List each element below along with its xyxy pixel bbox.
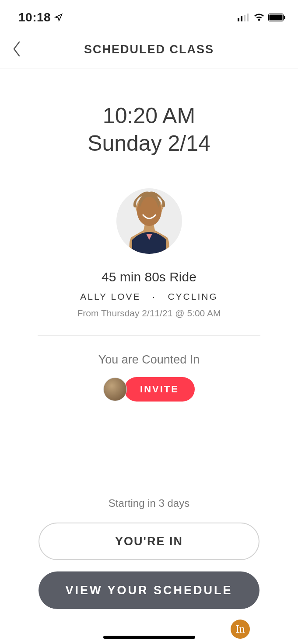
svg-rect-6 [284, 16, 285, 19]
svg-rect-0 [238, 18, 239, 21]
user-avatar[interactable] [103, 377, 127, 401]
youre-in-button[interactable]: YOU'RE IN [39, 523, 259, 560]
schedule-time-block: 10:20 AM Sunday 2/14 [0, 102, 298, 157]
cellular-signal-icon [238, 14, 250, 21]
counted-in-label: You are Counted In [0, 353, 298, 367]
divider [38, 335, 260, 336]
in-badge-icon: In [231, 620, 250, 639]
page-title: SCHEDULED CLASS [84, 43, 214, 56]
class-title: 45 min 80s Ride [0, 270, 298, 284]
svg-rect-5 [270, 15, 283, 21]
footer: Starting in 3 days YOU'RE IN VIEW YOUR S… [0, 497, 298, 620]
instructor-name: ALLY LOVE [80, 291, 140, 301]
starting-label: Starting in 3 days [0, 497, 298, 509]
svg-rect-3 [247, 14, 249, 21]
back-button[interactable] [12, 41, 21, 59]
invite-row: INVITE [0, 377, 298, 402]
status-left: 10:18 [18, 10, 63, 24]
chevron-left-icon [12, 41, 21, 57]
svg-rect-2 [244, 15, 245, 21]
invite-button[interactable]: INVITE [124, 377, 195, 402]
view-schedule-button[interactable]: VIEW YOUR SCHEDULE [39, 571, 259, 609]
class-meta: ALLY LOVE · CYCLING [0, 291, 298, 302]
status-right [238, 13, 286, 22]
location-arrow-icon [54, 13, 63, 22]
person-icon [116, 188, 182, 254]
instructor-avatar [116, 188, 182, 254]
class-category: CYCLING [168, 291, 217, 301]
nav-bar: SCHEDULED CLASS [0, 31, 298, 69]
schedule-date: Sunday 2/14 [0, 130, 298, 157]
battery-icon [268, 14, 286, 21]
from-line: From Thursday 2/11/21 @ 5:00 AM [0, 308, 298, 319]
home-indicator[interactable] [103, 636, 195, 639]
main-content: 10:20 AM Sunday 2/14 45 min 80s Ride ALL… [0, 69, 298, 402]
meta-separator: · [152, 291, 156, 301]
status-bar: 10:18 [0, 0, 298, 31]
status-time: 10:18 [18, 10, 51, 24]
schedule-time: 10:20 AM [0, 102, 298, 130]
wifi-icon [253, 13, 265, 22]
svg-rect-1 [241, 16, 242, 21]
